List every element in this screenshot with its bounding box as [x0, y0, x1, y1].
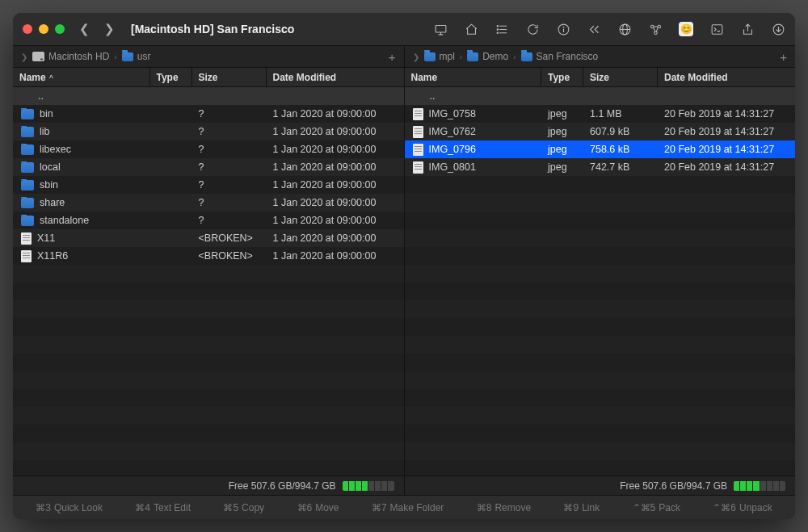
- file-row[interactable]: bin?1 Jan 2020 at 09:00:00: [13, 105, 404, 123]
- file-row[interactable]: X11<BROKEN>1 Jan 2020 at 09:00:00: [13, 229, 404, 247]
- breadcrumb-item[interactable]: Macintosh HD: [32, 51, 109, 62]
- breadcrumb-right: ❯ mpl›Demo›San Francisco+: [404, 46, 796, 67]
- empty-row: [405, 407, 796, 425]
- folder-icon: [21, 109, 34, 119]
- empty-row: [405, 371, 796, 389]
- col-type[interactable]: Type: [541, 68, 583, 86]
- shortcut-label: Link: [582, 502, 600, 513]
- col-size[interactable]: Size: [583, 68, 658, 86]
- file-row[interactable]: IMG_0801jpeg742.7 kB20 Feb 2019 at 14:31…: [405, 158, 796, 176]
- chevron-right-icon: ›: [460, 52, 462, 61]
- file-list-left[interactable]: ..bin?1 Jan 2020 at 09:00:00lib?1 Jan 20…: [13, 87, 404, 475]
- shortcut-item[interactable]: ⌘5Copy: [223, 502, 264, 513]
- close-window-button[interactable]: [23, 24, 32, 34]
- disk-segment: [368, 481, 374, 491]
- home-icon[interactable]: [464, 22, 478, 36]
- breadcrumb-item[interactable]: usr: [122, 51, 151, 62]
- file-name: standalone: [40, 215, 89, 226]
- nav-back-button[interactable]: ❮: [79, 22, 90, 36]
- shortcut-bar: ⌘3Quick Look⌘4Text Edit⌘5Copy⌘6Move⌘7Mak…: [13, 495, 795, 519]
- col-date[interactable]: Date Modified: [658, 68, 795, 86]
- file-name: IMG_0758: [429, 108, 476, 119]
- file-list-right[interactable]: ..IMG_0758jpeg1.1 MB20 Feb 2019 at 14:31…: [405, 87, 796, 475]
- status-right: Free 507.6 GB/994.7 GB: [404, 476, 796, 495]
- file-size: ?: [192, 126, 267, 137]
- download-icon[interactable]: [771, 22, 785, 36]
- col-name[interactable]: Name^: [13, 68, 150, 86]
- display-icon[interactable]: [433, 22, 448, 36]
- minimize-window-button[interactable]: [39, 24, 48, 34]
- col-date[interactable]: Date Modified: [267, 68, 404, 86]
- breadcrumb-item[interactable]: Demo: [467, 51, 508, 62]
- breadcrumb-item[interactable]: mpl: [424, 51, 455, 62]
- finder-icon[interactable]: 😊: [679, 22, 693, 36]
- file-date: 1 Jan 2020 at 09:00:00: [267, 161, 404, 173]
- nav-arrows: ❮ ❯: [79, 22, 115, 36]
- terminal-icon[interactable]: [709, 22, 724, 36]
- file-row[interactable]: standalone?1 Jan 2020 at 09:00:00: [13, 212, 404, 229]
- col-name[interactable]: Name: [405, 68, 542, 86]
- shortcut-label: Text Edit: [154, 502, 191, 513]
- list-icon[interactable]: [494, 22, 509, 36]
- parent-dir-row[interactable]: ..: [13, 87, 404, 105]
- file-size: 742.7 kB: [583, 161, 658, 173]
- file-row[interactable]: share?1 Jan 2020 at 09:00:00: [13, 194, 404, 212]
- breadcrumb-label: San Francisco: [537, 51, 599, 62]
- shortcut-item[interactable]: ⌘8Remove: [477, 502, 531, 513]
- svg-point-11: [563, 27, 564, 27]
- empty-row: [13, 371, 404, 389]
- globe-icon[interactable]: [617, 22, 632, 36]
- file-row[interactable]: libexec?1 Jan 2020 at 09:00:00: [13, 140, 404, 158]
- empty-row: [405, 336, 796, 354]
- file-date: 1 Jan 2020 at 09:00:00: [267, 126, 404, 137]
- chevrons-left-icon[interactable]: [587, 22, 601, 36]
- col-type[interactable]: Type: [150, 68, 192, 86]
- share-icon[interactable]: [740, 22, 755, 36]
- column-headers-right: Name Type Size Date Modified: [405, 68, 796, 87]
- col-size[interactable]: Size: [192, 68, 267, 86]
- file-icon: [413, 108, 423, 120]
- shortcut-item[interactable]: ⌃⌘6Unpack: [713, 502, 772, 513]
- file-row[interactable]: IMG_0762jpeg607.9 kB20 Feb 2019 at 14:31…: [405, 123, 796, 140]
- refresh-icon[interactable]: [525, 22, 540, 36]
- nav-forward-button[interactable]: ❯: [104, 22, 115, 36]
- empty-row: [405, 265, 796, 283]
- shortcut-item[interactable]: ⌘3Quick Look: [36, 502, 103, 513]
- parent-dir-row[interactable]: ..: [405, 87, 796, 105]
- disk-segment: [381, 481, 387, 491]
- file-date: 20 Feb 2019 at 14:31:27: [658, 126, 795, 137]
- file-row[interactable]: IMG_0758jpeg1.1 MB20 Feb 2019 at 14:31:2…: [405, 105, 796, 123]
- file-date: 20 Feb 2019 at 14:31:27: [658, 144, 795, 155]
- folder-icon: [424, 52, 436, 61]
- file-name: IMG_0801: [429, 161, 476, 173]
- file-row[interactable]: sbin?1 Jan 2020 at 09:00:00: [13, 176, 404, 194]
- network-icon[interactable]: [648, 22, 663, 36]
- shortcut-item[interactable]: ⌃⌘5Pack: [633, 502, 680, 513]
- shortcut-label: Remove: [494, 502, 531, 513]
- free-space-label: Free 507.6 GB/994.7 GB: [620, 480, 727, 492]
- file-icon: [21, 250, 32, 262]
- shortcut-item[interactable]: ⌘9Link: [563, 502, 600, 513]
- file-name: IMG_0762: [429, 126, 476, 137]
- file-date: 20 Feb 2019 at 14:31:27: [658, 161, 795, 173]
- breadcrumb-label: mpl: [440, 51, 455, 62]
- add-tab-right-button[interactable]: +: [780, 50, 787, 64]
- empty-row: [13, 336, 404, 354]
- shortcut-item[interactable]: ⌘4Text Edit: [135, 502, 191, 513]
- breadcrumb-item[interactable]: San Francisco: [521, 51, 599, 62]
- svg-line-18: [653, 27, 654, 31]
- shortcut-item[interactable]: ⌘6Move: [297, 502, 339, 513]
- file-row[interactable]: X11R6<BROKEN>1 Jan 2020 at 09:00:00: [13, 247, 404, 265]
- info-icon[interactable]: [556, 22, 570, 36]
- disk-segment: [746, 481, 752, 491]
- file-icon: [413, 126, 423, 138]
- folder-icon: [21, 127, 34, 137]
- folder-icon: [21, 162, 34, 173]
- add-tab-left-button[interactable]: +: [389, 50, 396, 64]
- file-row[interactable]: local?1 Jan 2020 at 09:00:00: [13, 158, 404, 176]
- zoom-window-button[interactable]: [55, 24, 65, 34]
- shortcut-item[interactable]: ⌘7Make Folder: [372, 502, 444, 513]
- file-row[interactable]: lib?1 Jan 2020 at 09:00:00: [13, 123, 404, 140]
- empty-row: [13, 407, 404, 425]
- file-row[interactable]: IMG_0796jpeg758.6 kB20 Feb 2019 at 14:31…: [405, 140, 796, 158]
